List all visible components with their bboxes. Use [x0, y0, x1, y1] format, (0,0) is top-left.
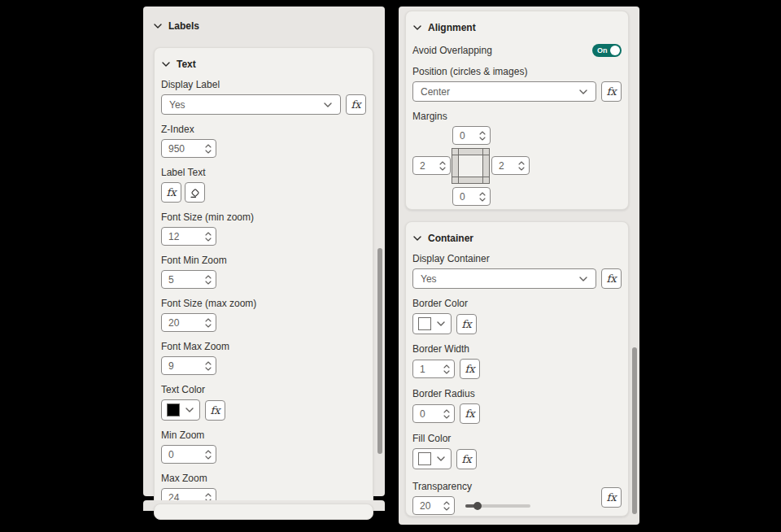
- text-card: Text Display Label Yes fx Z-Index 950: [154, 47, 373, 520]
- spinner-arrows[interactable]: [443, 364, 450, 374]
- chevron-down-icon: [412, 233, 422, 243]
- spinner-arrows[interactable]: [439, 161, 446, 171]
- border-radius-fx-button[interactable]: fx: [460, 403, 480, 424]
- fx-icon: fx: [210, 404, 220, 416]
- container-card: Container Display Container Yes fx Borde…: [405, 221, 629, 517]
- chevron-down-icon: [479, 137, 486, 141]
- fill-color-dropdown[interactable]: [412, 448, 452, 469]
- chevron-down-icon: [205, 150, 212, 154]
- display-label-fx-button[interactable]: fx: [346, 94, 366, 115]
- chevron-up-icon: [439, 161, 446, 165]
- labels-panel-scrollbar[interactable]: [377, 248, 382, 454]
- field-position: Position (circles & images) Center fx: [412, 66, 622, 102]
- label-text-clear-button[interactable]: [185, 182, 205, 203]
- font-size-min-zoom-spinner[interactable]: 12: [161, 227, 216, 246]
- chevron-up-icon: [205, 450, 212, 454]
- fx-icon: fx: [166, 186, 176, 198]
- chevron-down-icon: [185, 405, 194, 415]
- margin-bottom-spinner[interactable]: 0: [452, 187, 491, 206]
- field-label-text: Label Text fx: [161, 167, 366, 203]
- spinner-arrows[interactable]: [479, 131, 486, 141]
- chevron-down-icon: [161, 59, 171, 69]
- chevron-down-icon: [436, 454, 446, 464]
- spinner-arrows[interactable]: [205, 232, 212, 242]
- text-color-fx-button[interactable]: fx: [205, 400, 225, 421]
- field-label: Font Min Zoom: [161, 255, 366, 267]
- spinner-arrows[interactable]: [443, 409, 450, 419]
- border-width-fx-button[interactable]: fx: [460, 359, 480, 379]
- display-label-dropdown[interactable]: Yes: [161, 94, 341, 115]
- transparency-slider-thumb[interactable]: [473, 502, 482, 510]
- field-display-label: Display Label Yes fx: [161, 79, 366, 115]
- spinner-arrows[interactable]: [205, 450, 212, 460]
- toggle-knob: [610, 46, 620, 55]
- spinner-arrows[interactable]: [205, 275, 212, 285]
- field-label: Margins: [412, 111, 622, 123]
- card-header-alignment[interactable]: Alignment: [412, 22, 622, 33]
- spinner-arrows[interactable]: [205, 318, 212, 328]
- field-label: Label Text: [161, 167, 366, 179]
- transparency-slider[interactable]: [465, 504, 530, 508]
- border-color-fx-button[interactable]: fx: [456, 314, 477, 334]
- chevron-down-icon: [205, 324, 212, 328]
- border-color-dropdown[interactable]: [412, 313, 452, 334]
- spinner-arrows[interactable]: [443, 501, 450, 511]
- transparency-spinner[interactable]: 20: [412, 496, 455, 515]
- chevron-up-icon: [479, 192, 486, 196]
- field-label: Display Label: [161, 79, 366, 91]
- field-font-size-max-zoom: Font Size (max zoom) 20: [161, 298, 366, 332]
- spinner-value: 2: [499, 160, 504, 172]
- spinner-arrows[interactable]: [205, 361, 212, 371]
- spinner-value: 9: [168, 360, 174, 372]
- margins-box-center: [458, 155, 483, 177]
- field-label: Transparency: [412, 481, 622, 493]
- field-border-color: Border Color fx: [412, 298, 622, 334]
- fx-icon: fx: [465, 363, 474, 375]
- transparency-fx-button[interactable]: fx: [601, 487, 622, 508]
- spinner-value: 5: [168, 274, 174, 286]
- spinner-arrows[interactable]: [518, 161, 525, 171]
- margin-top-spinner[interactable]: 0: [452, 126, 491, 145]
- border-width-spinner[interactable]: 1: [412, 360, 455, 378]
- spinner-value: 1: [420, 364, 425, 375]
- spinner-value: 950: [168, 143, 185, 155]
- dropdown-value: Center: [421, 86, 450, 98]
- chevron-down-icon: [205, 281, 212, 285]
- field-label: Text Color: [161, 384, 366, 396]
- min-zoom-spinner[interactable]: 0: [161, 445, 216, 464]
- margin-right-spinner[interactable]: 2: [491, 156, 530, 175]
- field-text-color: Text Color fx: [161, 384, 366, 421]
- label-text-fx-button[interactable]: fx: [161, 182, 181, 203]
- border-radius-spinner[interactable]: 0: [412, 404, 455, 423]
- text-color-dropdown[interactable]: [161, 399, 200, 421]
- field-display-container: Display Container Yes fx: [412, 253, 622, 289]
- spinner-arrows[interactable]: [479, 192, 486, 202]
- field-font-min-zoom: Font Min Zoom 5: [161, 255, 366, 289]
- position-dropdown[interactable]: Center: [412, 81, 596, 102]
- chevron-down-icon: [443, 415, 450, 419]
- z-index-spinner[interactable]: 950: [161, 139, 216, 158]
- card-header-text[interactable]: Text: [161, 59, 366, 70]
- chevron-down-icon: [518, 167, 525, 171]
- field-label: Font Size (max zoom): [161, 298, 366, 310]
- chevron-down-icon: [436, 319, 446, 329]
- display-container-fx-button[interactable]: fx: [601, 268, 622, 289]
- margin-left-spinner[interactable]: 2: [412, 156, 451, 175]
- chevron-down-icon: [578, 87, 588, 97]
- card-header-container[interactable]: Container: [412, 233, 622, 244]
- avoid-overlapping-toggle[interactable]: On: [592, 44, 622, 57]
- display-container-dropdown[interactable]: Yes: [412, 268, 596, 289]
- position-fx-button[interactable]: fx: [601, 81, 622, 102]
- field-label: Font Size (min zoom): [161, 211, 366, 224]
- fill-color-fx-button[interactable]: fx: [456, 449, 477, 469]
- spinner-arrows[interactable]: [205, 144, 212, 154]
- margins-box-diagram: [452, 148, 490, 184]
- font-max-zoom-spinner[interactable]: 9: [161, 356, 216, 375]
- spinner-value: 20: [420, 500, 430, 512]
- section-header-labels[interactable]: Labels: [143, 7, 385, 32]
- font-min-zoom-spinner[interactable]: 5: [161, 270, 216, 289]
- settings-panel-scrollbar[interactable]: [632, 347, 637, 514]
- chevron-up-icon: [205, 361, 212, 365]
- font-size-max-zoom-spinner[interactable]: 20: [161, 313, 216, 332]
- field-fill-color: Fill Color fx: [412, 433, 622, 469]
